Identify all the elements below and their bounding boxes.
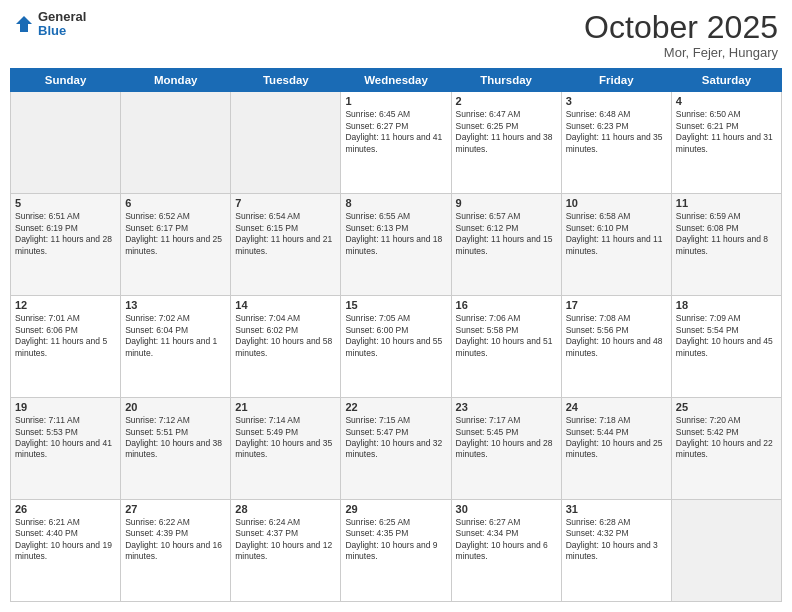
- day-number: 14: [235, 299, 336, 311]
- calendar-cell: 28Sunrise: 6:24 AMSunset: 4:37 PMDayligh…: [231, 500, 341, 602]
- week-row-2: 5Sunrise: 6:51 AMSunset: 6:19 PMDaylight…: [11, 194, 782, 296]
- day-number: 5: [15, 197, 116, 209]
- day-number: 4: [676, 95, 777, 107]
- day-number: 24: [566, 401, 667, 413]
- day-info: Sunrise: 7:05 AMSunset: 6:00 PMDaylight:…: [345, 313, 446, 359]
- calendar-cell: 12Sunrise: 7:01 AMSunset: 6:06 PMDayligh…: [11, 296, 121, 398]
- day-info: Sunrise: 6:55 AMSunset: 6:13 PMDaylight:…: [345, 211, 446, 257]
- day-number: 29: [345, 503, 446, 515]
- calendar-cell: 10Sunrise: 6:58 AMSunset: 6:10 PMDayligh…: [561, 194, 671, 296]
- calendar-cell: 26Sunrise: 6:21 AMSunset: 4:40 PMDayligh…: [11, 500, 121, 602]
- day-number: 20: [125, 401, 226, 413]
- day-number: 22: [345, 401, 446, 413]
- calendar-cell: 13Sunrise: 7:02 AMSunset: 6:04 PMDayligh…: [121, 296, 231, 398]
- calendar-cell: 5Sunrise: 6:51 AMSunset: 6:19 PMDaylight…: [11, 194, 121, 296]
- day-number: 15: [345, 299, 446, 311]
- week-row-1: 1Sunrise: 6:45 AMSunset: 6:27 PMDaylight…: [11, 92, 782, 194]
- header: General Blue October 2025 Mor, Fejer, Hu…: [10, 10, 782, 60]
- calendar-cell: 4Sunrise: 6:50 AMSunset: 6:21 PMDaylight…: [671, 92, 781, 194]
- logo-icon: [14, 14, 34, 34]
- day-info: Sunrise: 6:47 AMSunset: 6:25 PMDaylight:…: [456, 109, 557, 155]
- calendar-cell: 30Sunrise: 6:27 AMSunset: 4:34 PMDayligh…: [451, 500, 561, 602]
- day-info: Sunrise: 6:57 AMSunset: 6:12 PMDaylight:…: [456, 211, 557, 257]
- day-number: 12: [15, 299, 116, 311]
- calendar-cell: 15Sunrise: 7:05 AMSunset: 6:00 PMDayligh…: [341, 296, 451, 398]
- day-info: Sunrise: 7:02 AMSunset: 6:04 PMDaylight:…: [125, 313, 226, 359]
- day-number: 8: [345, 197, 446, 209]
- day-info: Sunrise: 6:21 AMSunset: 4:40 PMDaylight:…: [15, 517, 116, 563]
- day-info: Sunrise: 7:18 AMSunset: 5:44 PMDaylight:…: [566, 415, 667, 461]
- day-header-friday: Friday: [561, 69, 671, 92]
- day-number: 18: [676, 299, 777, 311]
- day-number: 1: [345, 95, 446, 107]
- calendar-cell: 21Sunrise: 7:14 AMSunset: 5:49 PMDayligh…: [231, 398, 341, 500]
- day-info: Sunrise: 7:14 AMSunset: 5:49 PMDaylight:…: [235, 415, 336, 461]
- day-header-monday: Monday: [121, 69, 231, 92]
- day-info: Sunrise: 7:09 AMSunset: 5:54 PMDaylight:…: [676, 313, 777, 359]
- header-row: SundayMondayTuesdayWednesdayThursdayFrid…: [11, 69, 782, 92]
- calendar-cell: 20Sunrise: 7:12 AMSunset: 5:51 PMDayligh…: [121, 398, 231, 500]
- day-info: Sunrise: 6:54 AMSunset: 6:15 PMDaylight:…: [235, 211, 336, 257]
- calendar-cell: 31Sunrise: 6:28 AMSunset: 4:32 PMDayligh…: [561, 500, 671, 602]
- day-number: 7: [235, 197, 336, 209]
- calendar-cell: 16Sunrise: 7:06 AMSunset: 5:58 PMDayligh…: [451, 296, 561, 398]
- calendar-cell: [671, 500, 781, 602]
- day-number: 26: [15, 503, 116, 515]
- calendar-cell: 8Sunrise: 6:55 AMSunset: 6:13 PMDaylight…: [341, 194, 451, 296]
- week-row-4: 19Sunrise: 7:11 AMSunset: 5:53 PMDayligh…: [11, 398, 782, 500]
- day-info: Sunrise: 7:17 AMSunset: 5:45 PMDaylight:…: [456, 415, 557, 461]
- day-info: Sunrise: 7:15 AMSunset: 5:47 PMDaylight:…: [345, 415, 446, 461]
- calendar-cell: [11, 92, 121, 194]
- day-number: 25: [676, 401, 777, 413]
- day-info: Sunrise: 6:27 AMSunset: 4:34 PMDaylight:…: [456, 517, 557, 563]
- calendar-cell: [231, 92, 341, 194]
- day-info: Sunrise: 6:22 AMSunset: 4:39 PMDaylight:…: [125, 517, 226, 563]
- month-title: October 2025: [584, 10, 778, 45]
- calendar-cell: 23Sunrise: 7:17 AMSunset: 5:45 PMDayligh…: [451, 398, 561, 500]
- day-number: 17: [566, 299, 667, 311]
- day-info: Sunrise: 7:06 AMSunset: 5:58 PMDaylight:…: [456, 313, 557, 359]
- day-number: 10: [566, 197, 667, 209]
- day-number: 9: [456, 197, 557, 209]
- logo-blue: Blue: [38, 24, 86, 38]
- day-info: Sunrise: 6:45 AMSunset: 6:27 PMDaylight:…: [345, 109, 446, 155]
- day-number: 31: [566, 503, 667, 515]
- calendar-cell: 27Sunrise: 6:22 AMSunset: 4:39 PMDayligh…: [121, 500, 231, 602]
- calendar-cell: 22Sunrise: 7:15 AMSunset: 5:47 PMDayligh…: [341, 398, 451, 500]
- day-number: 13: [125, 299, 226, 311]
- calendar-cell: 9Sunrise: 6:57 AMSunset: 6:12 PMDaylight…: [451, 194, 561, 296]
- calendar-cell: 25Sunrise: 7:20 AMSunset: 5:42 PMDayligh…: [671, 398, 781, 500]
- day-number: 6: [125, 197, 226, 209]
- day-header-wednesday: Wednesday: [341, 69, 451, 92]
- calendar-cell: 29Sunrise: 6:25 AMSunset: 4:35 PMDayligh…: [341, 500, 451, 602]
- day-number: 16: [456, 299, 557, 311]
- day-number: 2: [456, 95, 557, 107]
- day-header-saturday: Saturday: [671, 69, 781, 92]
- location: Mor, Fejer, Hungary: [584, 45, 778, 60]
- calendar-cell: 18Sunrise: 7:09 AMSunset: 5:54 PMDayligh…: [671, 296, 781, 398]
- day-info: Sunrise: 7:20 AMSunset: 5:42 PMDaylight:…: [676, 415, 777, 461]
- calendar-cell: 1Sunrise: 6:45 AMSunset: 6:27 PMDaylight…: [341, 92, 451, 194]
- day-info: Sunrise: 7:04 AMSunset: 6:02 PMDaylight:…: [235, 313, 336, 359]
- day-number: 30: [456, 503, 557, 515]
- logo-general: General: [38, 10, 86, 24]
- week-row-5: 26Sunrise: 6:21 AMSunset: 4:40 PMDayligh…: [11, 500, 782, 602]
- day-number: 27: [125, 503, 226, 515]
- calendar-cell: 7Sunrise: 6:54 AMSunset: 6:15 PMDaylight…: [231, 194, 341, 296]
- day-info: Sunrise: 6:59 AMSunset: 6:08 PMDaylight:…: [676, 211, 777, 257]
- week-row-3: 12Sunrise: 7:01 AMSunset: 6:06 PMDayligh…: [11, 296, 782, 398]
- day-info: Sunrise: 6:24 AMSunset: 4:37 PMDaylight:…: [235, 517, 336, 563]
- logo: General Blue: [14, 10, 86, 39]
- day-info: Sunrise: 6:48 AMSunset: 6:23 PMDaylight:…: [566, 109, 667, 155]
- calendar-cell: 11Sunrise: 6:59 AMSunset: 6:08 PMDayligh…: [671, 194, 781, 296]
- day-number: 19: [15, 401, 116, 413]
- day-header-sunday: Sunday: [11, 69, 121, 92]
- day-header-thursday: Thursday: [451, 69, 561, 92]
- day-info: Sunrise: 7:12 AMSunset: 5:51 PMDaylight:…: [125, 415, 226, 461]
- calendar-cell: 3Sunrise: 6:48 AMSunset: 6:23 PMDaylight…: [561, 92, 671, 194]
- day-number: 28: [235, 503, 336, 515]
- day-info: Sunrise: 7:08 AMSunset: 5:56 PMDaylight:…: [566, 313, 667, 359]
- day-info: Sunrise: 7:01 AMSunset: 6:06 PMDaylight:…: [15, 313, 116, 359]
- calendar-table: SundayMondayTuesdayWednesdayThursdayFrid…: [10, 68, 782, 602]
- calendar-cell: [121, 92, 231, 194]
